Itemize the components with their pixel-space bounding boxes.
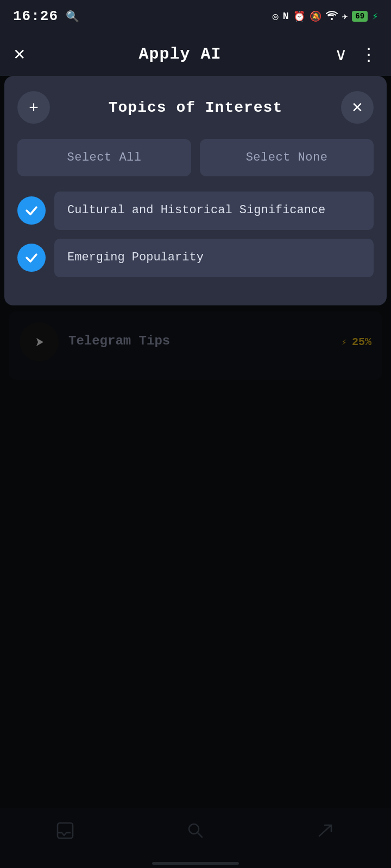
app-bar: ✕ Apply AI ∨ ⋮ <box>0 33 391 76</box>
status-search-icon: 🔍 <box>66 10 79 23</box>
select-row: Select All Select None <box>17 139 374 176</box>
battery-level: 69 <box>352 11 368 22</box>
modal-title: Topics of Interest <box>50 99 341 116</box>
select-none-button[interactable]: Select None <box>200 139 374 176</box>
modal-add-button[interactable]: + <box>17 91 50 124</box>
mute-icon: 🔕 <box>310 10 321 22</box>
status-time: 16:26 <box>13 8 58 24</box>
close-icon: ✕ <box>351 99 363 116</box>
modal-close-button[interactable]: ✕ <box>341 91 374 124</box>
wifi-icon <box>326 10 338 23</box>
checkmark-icon-cultural <box>24 203 39 218</box>
topic-checkbox-cultural[interactable] <box>17 196 46 225</box>
clock-icon: ⏰ <box>293 10 305 22</box>
topic-checkbox-emerging[interactable] <box>17 244 46 272</box>
chevron-down-button[interactable]: ∨ <box>335 44 347 65</box>
app-title: Apply AI <box>138 45 221 63</box>
checkmark-icon-emerging <box>24 250 39 265</box>
topic-item-emerging: Emerging Popularity <box>17 239 374 277</box>
more-menu-button[interactable]: ⋮ <box>360 44 378 65</box>
app-bar-icons: ∨ ⋮ <box>335 44 378 65</box>
nfc-icon: N <box>283 11 289 22</box>
topic-item-cultural: Cultural and Historical Significance <box>17 192 374 230</box>
topic-label-cultural: Cultural and Historical Significance <box>54 192 374 230</box>
modal-header: + Topics of Interest ✕ <box>17 91 374 124</box>
select-all-button[interactable]: Select All <box>17 139 191 176</box>
airplane-icon: ✈ <box>342 10 348 22</box>
close-button[interactable]: ✕ <box>13 46 26 63</box>
alarm-icon: ◎ <box>273 10 279 22</box>
status-icons: ◎ N ⏰ 🔕 ✈ 69 ⚡ <box>273 10 378 23</box>
plus-icon: + <box>29 98 39 117</box>
topic-label-emerging: Emerging Popularity <box>54 239 374 277</box>
charging-icon: ⚡ <box>372 10 378 22</box>
modal-sheet: + Topics of Interest ✕ Select All Select… <box>4 76 387 305</box>
status-bar: 16:26 🔍 ◎ N ⏰ 🔕 ✈ 69 ⚡ <box>0 0 391 33</box>
